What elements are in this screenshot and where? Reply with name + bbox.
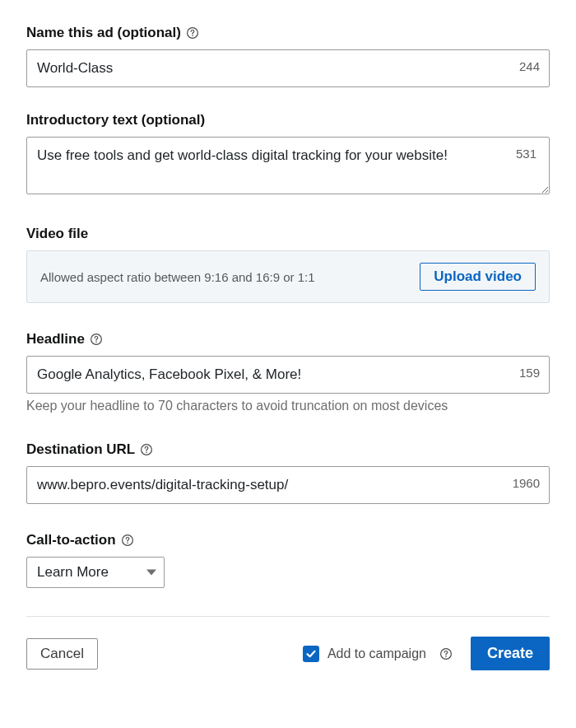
svg-point-9 bbox=[445, 656, 447, 657]
destination-input[interactable] bbox=[26, 466, 550, 504]
video-hint: Allowed aspect ratio between 9:16 and 16… bbox=[40, 270, 315, 284]
svg-point-5 bbox=[146, 452, 147, 454]
intro-textarea[interactable] bbox=[26, 137, 550, 194]
help-icon[interactable] bbox=[186, 26, 199, 40]
cta-label: Call-to-action bbox=[26, 532, 116, 548]
name-input[interactable] bbox=[26, 49, 550, 87]
video-upload-box: Allowed aspect ratio between 9:16 and 16… bbox=[26, 250, 550, 303]
help-icon[interactable] bbox=[140, 443, 153, 456]
name-label: Name this ad (optional) bbox=[26, 25, 181, 41]
svg-point-1 bbox=[192, 35, 193, 37]
add-to-campaign-checkbox[interactable] bbox=[303, 646, 319, 662]
headline-label: Headline bbox=[26, 331, 85, 348]
upload-video-button[interactable]: Upload video bbox=[420, 263, 536, 291]
svg-point-7 bbox=[127, 543, 128, 544]
cancel-button[interactable]: Cancel bbox=[26, 638, 98, 670]
svg-point-3 bbox=[95, 342, 97, 343]
add-to-campaign-label: Add to campaign bbox=[327, 646, 426, 661]
destination-counter: 1960 bbox=[513, 476, 540, 490]
headline-input[interactable] bbox=[26, 356, 550, 394]
intro-counter: 531 bbox=[516, 147, 537, 161]
headline-counter: 159 bbox=[519, 366, 540, 380]
help-icon[interactable] bbox=[439, 647, 453, 660]
headline-hint: Keep your headline to 70 characters to a… bbox=[26, 399, 550, 413]
help-icon[interactable] bbox=[90, 333, 103, 346]
divider bbox=[26, 616, 550, 617]
destination-label: Destination URL bbox=[26, 441, 135, 458]
name-counter: 244 bbox=[519, 59, 540, 73]
cta-select[interactable]: Learn More bbox=[26, 557, 165, 588]
create-button[interactable]: Create bbox=[471, 637, 550, 670]
help-icon[interactable] bbox=[121, 534, 134, 547]
video-label: Video file bbox=[26, 226, 88, 242]
intro-label: Introductory text (optional) bbox=[26, 112, 205, 128]
